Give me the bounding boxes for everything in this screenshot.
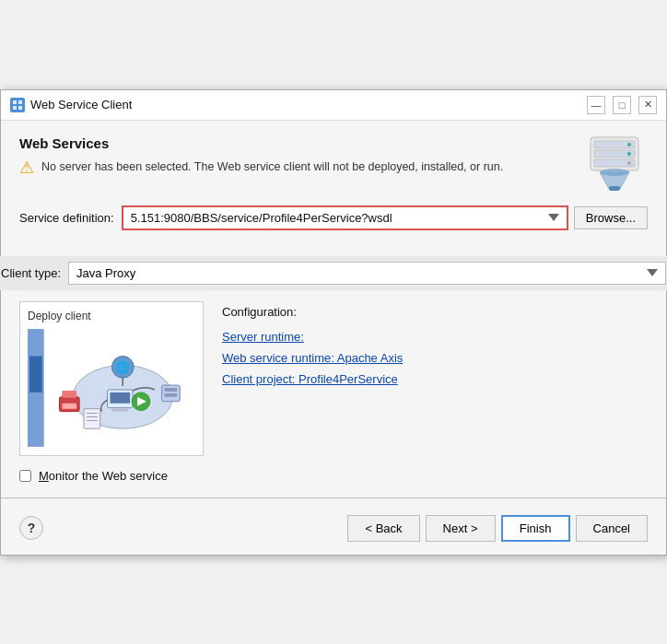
svg-point-10 xyxy=(627,161,631,165)
svg-rect-20 xyxy=(165,392,178,396)
close-button[interactable]: ✕ xyxy=(638,96,657,114)
cancel-button[interactable]: Cancel xyxy=(576,515,648,542)
svg-rect-12 xyxy=(609,186,620,191)
warning-box: ⚠ No server has been selected. The Web s… xyxy=(19,158,503,179)
section-header-area: Web Services ⚠ No server has been select… xyxy=(19,135,503,192)
window-title: Web Service Client xyxy=(30,98,132,111)
warning-message: No server has been selected. The Web ser… xyxy=(41,158,503,176)
svg-rect-3 xyxy=(18,106,22,110)
service-def-label: Service definition: xyxy=(19,211,114,225)
svg-rect-26 xyxy=(111,392,131,403)
svg-rect-14 xyxy=(29,356,42,392)
service-definition-row: Service definition: 5.151:9080/BBS/servi… xyxy=(19,205,648,230)
svg-rect-2 xyxy=(13,106,17,110)
deploy-section-wrapper: Deploy client 🌐 xyxy=(1,301,666,483)
client-project-link[interactable]: Client project: Profile4PerService xyxy=(222,369,648,390)
svg-point-8 xyxy=(627,143,631,146)
monitor-checkbox[interactable] xyxy=(19,470,31,482)
server-runtime-link[interactable]: Server runtime: xyxy=(222,326,648,347)
title-bar-left: Web Service Client xyxy=(10,98,132,112)
footer-buttons: < Back Next > Finish Cancel xyxy=(347,515,648,542)
config-section: Configuration: Server runtime: Web servi… xyxy=(222,301,648,456)
title-bar-controls: — □ ✕ xyxy=(587,96,657,114)
maximize-button[interactable]: □ xyxy=(613,96,631,114)
dialog-window: Web Service Client — □ ✕ Web Services ⚠ … xyxy=(0,89,667,556)
minimize-button[interactable]: — xyxy=(587,96,605,114)
svg-point-11 xyxy=(600,169,629,176)
finish-button[interactable]: Finish xyxy=(501,515,570,542)
monitor-row: Monitor the Web service xyxy=(19,469,648,483)
help-button[interactable]: ? xyxy=(19,516,43,540)
svg-rect-27 xyxy=(111,408,128,411)
service-def-wrapper: 5.151:9080/BBS/service/Profile4PerServic… xyxy=(122,205,648,230)
browse-button[interactable]: Browse... xyxy=(574,206,648,229)
divider xyxy=(1,498,666,498)
svg-rect-21 xyxy=(84,408,100,428)
client-type-select[interactable]: Java Proxy xyxy=(68,262,666,285)
svg-text:🌐: 🌐 xyxy=(115,360,130,375)
section-title: Web Services xyxy=(19,135,503,151)
monitor-label: Monitor the Web service xyxy=(39,469,168,483)
deploy-client-title: Deploy client xyxy=(28,310,195,322)
svg-rect-31 xyxy=(62,390,76,397)
server-graphic xyxy=(581,135,648,198)
client-type-label: Client type: xyxy=(1,266,61,280)
config-title: Configuration: xyxy=(222,305,648,319)
footer-left: ? xyxy=(19,516,43,540)
web-service-runtime-link[interactable]: Web service runtime: Apache Axis xyxy=(222,347,648,369)
deploy-diagram: 🌐 xyxy=(28,328,195,448)
title-bar: Web Service Client — □ ✕ xyxy=(1,90,666,121)
svg-rect-19 xyxy=(165,388,178,392)
svg-rect-0 xyxy=(13,100,17,104)
back-button[interactable]: < Back xyxy=(347,515,419,542)
deploy-graphic-box: Deploy client 🌐 xyxy=(19,301,204,456)
window-icon xyxy=(10,98,25,112)
svg-rect-32 xyxy=(62,403,76,408)
next-button[interactable]: Next > xyxy=(426,515,496,542)
client-type-row: Client type: Java Proxy xyxy=(0,256,667,290)
svg-rect-1 xyxy=(18,100,22,104)
service-def-select[interactable]: 5.151:9080/BBS/service/Profile4PerServic… xyxy=(122,205,568,230)
deploy-section: Deploy client 🌐 xyxy=(19,301,648,456)
dialog-content: Web Services ⚠ No server has been select… xyxy=(1,121,666,256)
warning-icon: ⚠ xyxy=(19,158,34,179)
footer: ? < Back Next > Finish Cancel xyxy=(1,508,666,555)
svg-point-9 xyxy=(627,152,631,156)
